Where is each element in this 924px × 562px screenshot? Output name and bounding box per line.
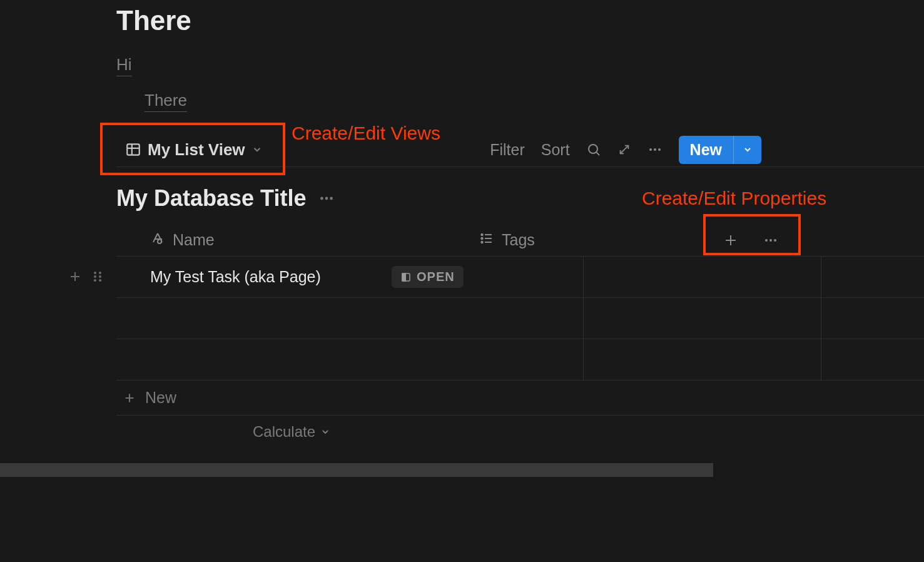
svg-point-24 xyxy=(765,239,768,242)
chevron-down-icon xyxy=(251,144,263,155)
svg-point-32 xyxy=(99,275,101,278)
filter-button[interactable]: Filter xyxy=(490,141,525,159)
svg-point-30 xyxy=(99,272,101,274)
column-name-label: Name xyxy=(173,231,215,249)
svg-point-29 xyxy=(94,272,96,274)
column-header-name[interactable]: Name xyxy=(116,231,467,250)
column-header-tags[interactable]: Tags xyxy=(467,231,704,250)
add-new-row[interactable]: New xyxy=(116,381,924,416)
multiselect-property-icon xyxy=(479,231,494,250)
annotation-label-properties: Create/Edit Properties xyxy=(642,188,826,209)
more-icon[interactable] xyxy=(647,142,663,157)
title-property-icon xyxy=(150,231,165,250)
calculate-button[interactable]: Calculate xyxy=(116,423,467,441)
horizontal-scrollbar[interactable] xyxy=(0,463,713,477)
svg-point-9 xyxy=(320,197,323,200)
database-title[interactable]: My Database Title xyxy=(116,185,306,212)
svg-point-33 xyxy=(94,279,96,282)
column-tags-label: Tags xyxy=(502,231,535,249)
open-page-button[interactable]: OPEN xyxy=(392,266,464,288)
svg-point-21 xyxy=(481,241,482,242)
add-property-icon[interactable] xyxy=(723,233,738,248)
svg-point-8 xyxy=(658,148,661,151)
view-tab[interactable]: My List View xyxy=(116,136,272,163)
new-button-group: New xyxy=(679,136,761,164)
add-row-icon[interactable] xyxy=(68,269,83,284)
expand-icon[interactable] xyxy=(617,143,631,156)
svg-rect-0 xyxy=(127,144,140,155)
breadcrumb-level-1[interactable]: Hi xyxy=(116,55,132,76)
svg-point-34 xyxy=(99,279,101,282)
svg-point-6 xyxy=(649,148,652,151)
breadcrumb-level-2[interactable]: There xyxy=(145,91,187,112)
new-button-dropdown[interactable] xyxy=(733,136,761,164)
add-new-row-label: New xyxy=(145,389,176,407)
table-row[interactable]: My Test Task (aka Page) OPEN xyxy=(116,257,924,298)
svg-point-19 xyxy=(481,233,482,235)
svg-line-12 xyxy=(153,233,158,242)
svg-point-20 xyxy=(481,237,482,238)
view-toolbar: My List View Filter Sort New xyxy=(116,133,924,166)
svg-point-26 xyxy=(774,239,776,242)
page-title[interactable]: There xyxy=(116,5,191,36)
database-more-icon[interactable] xyxy=(318,190,335,207)
svg-point-3 xyxy=(589,145,597,153)
svg-point-31 xyxy=(94,275,96,278)
open-label: OPEN xyxy=(417,270,455,284)
column-headers: Name Tags xyxy=(116,224,924,257)
sort-button[interactable]: Sort xyxy=(541,141,570,159)
table-icon xyxy=(125,141,141,158)
calculate-label: Calculate xyxy=(253,423,315,441)
annotation-label-views: Create/Edit Views xyxy=(292,123,440,144)
svg-point-11 xyxy=(330,197,333,200)
drag-handle-icon[interactable] xyxy=(91,269,104,284)
row-handles xyxy=(68,269,104,284)
svg-point-10 xyxy=(325,197,328,200)
svg-line-4 xyxy=(596,153,599,156)
svg-point-7 xyxy=(654,148,656,151)
new-button[interactable]: New xyxy=(679,136,733,164)
table-row[interactable] xyxy=(116,339,924,381)
property-more-icon[interactable] xyxy=(763,233,778,248)
search-icon[interactable] xyxy=(586,142,601,157)
svg-point-25 xyxy=(769,239,772,242)
view-name: My List View xyxy=(148,140,245,160)
divider xyxy=(116,166,924,167)
svg-line-5 xyxy=(620,146,628,154)
svg-rect-36 xyxy=(402,273,405,281)
table-row[interactable] xyxy=(116,298,924,339)
